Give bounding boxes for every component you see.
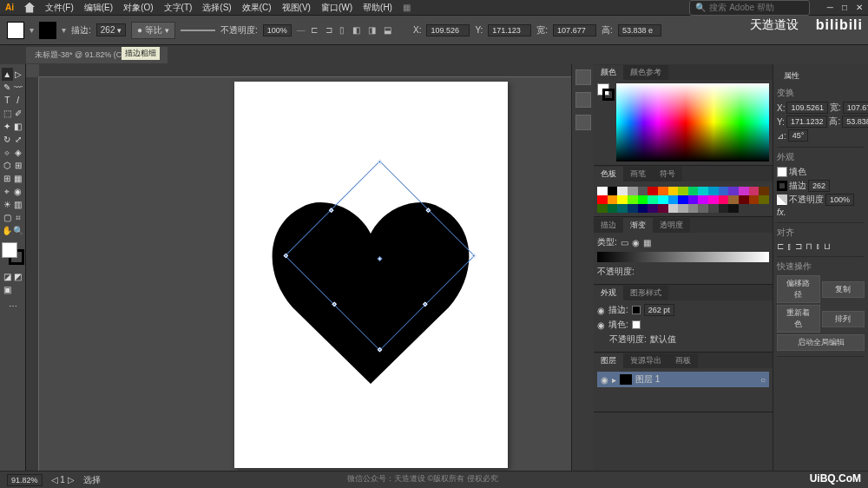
menu-type[interactable]: 文字(T) [164, 2, 193, 14]
swatch-cell[interactable] [698, 195, 708, 204]
swatch-cell[interactable] [708, 195, 719, 204]
menu-view[interactable]: 视图(V) [282, 2, 311, 14]
zoom-field[interactable]: 91.82% [7, 474, 43, 486]
stroke-swatch[interactable] [39, 22, 56, 39]
gradient-tool[interactable]: ▦ [13, 172, 24, 185]
layer-row[interactable]: ◉ ▸ 图层 1 ○ [597, 372, 769, 387]
h-field[interactable]: 53.838 e [618, 24, 661, 36]
tab-gradient[interactable]: 渐变 [623, 218, 653, 233]
fill-stroke-swatch[interactable] [2, 242, 24, 265]
visibility-icon[interactable]: ◉ [601, 375, 608, 385]
brush-tool[interactable]: ✐ [13, 107, 24, 120]
width-tool[interactable]: ⟐ [2, 146, 13, 159]
slice-tool[interactable]: ⌗ [13, 211, 24, 224]
panel-icon[interactable] [575, 115, 591, 130]
tab-brushes[interactable]: 画笔 [623, 167, 653, 181]
swatch-cell[interactable] [678, 187, 688, 195]
graph-tool[interactable]: ▥ [13, 198, 24, 211]
swatch-cell[interactable] [708, 204, 719, 213]
swatch-cell[interactable] [708, 187, 719, 195]
tab-layers[interactable]: 图层 [594, 353, 623, 368]
artboard-tool[interactable]: ▢ [2, 211, 13, 224]
swatch-cell[interactable] [759, 195, 769, 204]
swatch-cell[interactable] [628, 187, 638, 195]
swatch-cell[interactable] [719, 187, 729, 195]
shaper-tool[interactable]: ✦ [2, 120, 13, 133]
brush-preview-icon[interactable] [181, 30, 215, 31]
pen-tool[interactable]: ✎ [2, 81, 13, 94]
swatch-cell[interactable] [728, 195, 739, 204]
help-search[interactable]: 🔍 搜索 Adobe 帮助 [689, 0, 809, 16]
swatch-cell[interactable] [597, 187, 608, 195]
stroke-weight-field[interactable]: 262 ▾ [96, 23, 126, 36]
tab-symbols[interactable]: 符号 [653, 167, 682, 181]
prop-stroke-swatch[interactable] [777, 181, 787, 191]
menu-file[interactable]: 文件(F) [45, 2, 74, 14]
swatch-cell[interactable] [658, 195, 668, 204]
w-field[interactable]: 107.677 [553, 24, 596, 36]
prop-x-field[interactable]: 109.5261 [786, 102, 828, 114]
edit-toolbar-icon[interactable]: ⋯ [2, 300, 24, 313]
prop-opacity-icon[interactable] [777, 195, 787, 205]
swatch-cell[interactable] [739, 195, 749, 204]
free-transform-tool[interactable]: ◈ [13, 146, 24, 159]
swatch-cell[interactable] [698, 204, 708, 213]
curvature-tool[interactable]: 〰 [13, 81, 24, 94]
grad-linear-icon[interactable]: ▭ [621, 238, 628, 247]
align-left-icon[interactable]: ⊏ [777, 241, 784, 251]
duplicate-button[interactable]: 复制 [822, 281, 865, 298]
gradient-slider[interactable] [597, 252, 769, 262]
grad-freeform-icon[interactable]: ▦ [643, 238, 651, 247]
tab-properties[interactable]: 属性 [777, 69, 806, 83]
global-edit-button[interactable]: 启动全局编辑 [777, 334, 865, 351]
swatch-cell[interactable] [628, 195, 638, 204]
prop-stroke-field[interactable]: 262 [808, 180, 830, 192]
swatch-cell[interactable] [749, 187, 760, 195]
tab-transparency[interactable]: 透明度 [653, 218, 690, 233]
swatch-cell[interactable] [648, 187, 658, 195]
swatch-cell[interactable] [617, 195, 628, 204]
swatch-cell[interactable] [749, 195, 760, 204]
type-tool[interactable]: T [2, 94, 13, 107]
tab-artboards[interactable]: 画板 [668, 353, 698, 368]
swatch-cell[interactable] [628, 204, 638, 213]
tab-color-guide[interactable]: 颜色参考 [623, 65, 668, 80]
swatch-cell[interactable] [638, 204, 648, 213]
tab-graphic-styles[interactable]: 图形样式 [623, 286, 668, 300]
offset-path-button[interactable]: 偏移路径 [777, 275, 820, 303]
swatch-cell[interactable] [698, 187, 708, 195]
screen-mode-icon[interactable]: ▣ [2, 283, 13, 296]
swatch-cell[interactable] [658, 187, 668, 195]
swatch-cell[interactable] [638, 187, 648, 195]
swatch-cell[interactable] [688, 187, 699, 195]
prop-h-field[interactable]: 53.8385 [842, 115, 868, 128]
rectangle-tool[interactable]: ⬚ [2, 107, 13, 120]
swatch-cell[interactable] [678, 195, 688, 204]
heart-shape[interactable] [262, 195, 479, 386]
hand-tool[interactable]: ✋ [2, 224, 13, 237]
align-top-icon[interactable]: ⊓ [806, 241, 812, 251]
swatch-grid[interactable] [597, 187, 769, 213]
swatch-cell[interactable] [658, 204, 668, 213]
tab-swatches[interactable]: 色板 [594, 167, 623, 181]
swatch-cell[interactable] [638, 195, 648, 204]
prop-y-field[interactable]: 171.1232 [786, 115, 828, 128]
prop-angle-field[interactable]: 45° [788, 129, 809, 142]
menu-effect[interactable]: 效果(C) [242, 2, 272, 14]
swatch-cell[interactable] [617, 204, 628, 213]
prop-w-field[interactable]: 107.678 [843, 102, 868, 114]
toolbox-fill-icon[interactable] [2, 242, 17, 258]
align-icons[interactable]: ⊏ ⊐ ▯ [311, 25, 348, 35]
swatch-cell[interactable] [668, 195, 679, 204]
bridge-icon[interactable]: ▦ [403, 3, 411, 12]
tab-color[interactable]: 颜色 [594, 65, 623, 80]
menu-select[interactable]: 选择(S) [202, 2, 231, 14]
swatch-cell[interactable] [597, 195, 608, 204]
shape-builder-tool[interactable]: ⬡ [2, 159, 13, 172]
grad-radial-icon[interactable]: ◉ [632, 238, 640, 247]
eraser-tool[interactable]: ◧ [13, 120, 24, 133]
scale-tool[interactable]: ⤢ [13, 133, 24, 146]
color-stroke-icon[interactable] [602, 89, 615, 101]
blend-tool[interactable]: ◉ [13, 185, 24, 198]
recolor-button[interactable]: 重新着色 [777, 305, 820, 333]
